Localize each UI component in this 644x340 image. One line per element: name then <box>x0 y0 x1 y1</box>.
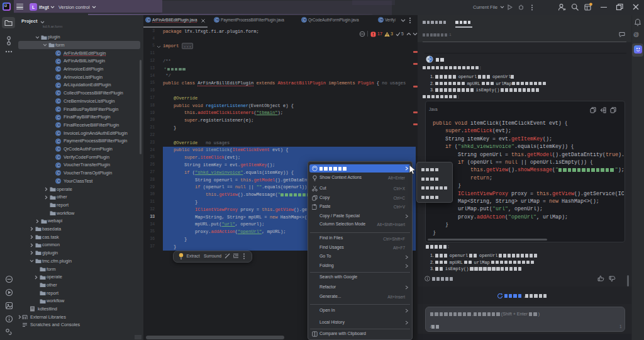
svg-text:C: C <box>57 147 60 151</box>
svg-text:C: C <box>215 18 218 22</box>
svg-text:C: C <box>57 91 60 95</box>
svg-text:C: C <box>57 67 60 71</box>
svg-text:C: C <box>57 115 60 119</box>
svg-text:C: C <box>379 18 382 22</box>
svg-text:C: C <box>57 123 60 127</box>
svg-text:C: C <box>303 18 306 22</box>
svg-text:C: C <box>147 18 150 22</box>
svg-text:C: C <box>57 75 60 79</box>
svg-text:C: C <box>57 51 60 55</box>
svg-text:C: C <box>57 107 60 111</box>
svg-text:C: C <box>57 179 60 183</box>
svg-text:C: C <box>57 155 60 159</box>
svg-text:C: C <box>57 99 60 103</box>
svg-text:C: C <box>57 139 60 143</box>
svg-text:C: C <box>57 162 60 167</box>
svg-text:C: C <box>57 131 60 135</box>
svg-text:C: C <box>57 59 60 63</box>
svg-text:C: C <box>57 82 60 87</box>
svg-text:C: C <box>57 171 60 175</box>
